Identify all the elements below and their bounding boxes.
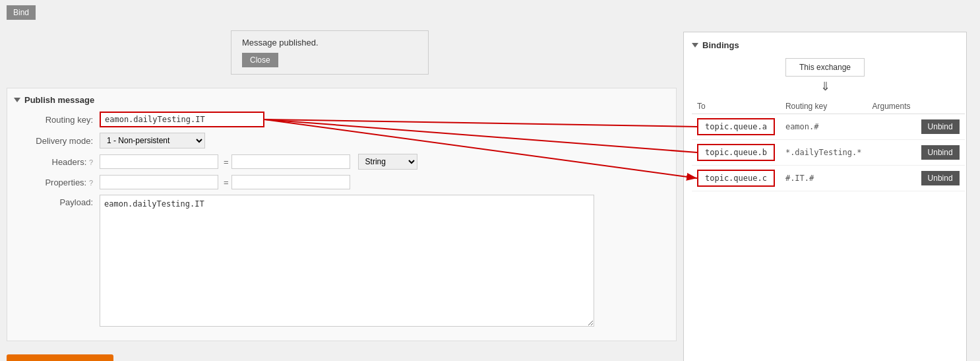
queue-name: topic.queue.a (697, 118, 775, 135)
bind-button[interactable]: Bind (7, 5, 36, 20)
headers-help[interactable]: ? (89, 158, 93, 166)
unbind-button[interactable]: Unbind (921, 171, 960, 185)
action-column-header (916, 99, 965, 114)
arguments-cell (867, 114, 916, 140)
delivery-mode-label: Delivery mode: (14, 136, 100, 146)
section-title: Publish message (24, 95, 94, 105)
bindings-panel: Bindings This exchange ⇓ To Routing key … (683, 32, 967, 361)
bindings-table: To Routing key Arguments topic.queue.aea… (692, 99, 965, 191)
this-exchange-button[interactable]: This exchange (785, 58, 865, 77)
queue-name: topic.queue.c (697, 170, 775, 187)
routing-key-column-header: Routing key (780, 99, 867, 114)
routing-key-cell: #.IT.# (780, 166, 867, 191)
publish-message-section: Publish message Routing key: Delivery mo… (7, 88, 677, 341)
collapse-icon (14, 98, 20, 102)
routing-key-row: Routing key: (14, 112, 669, 127)
table-row: topic.queue.b*.dailyTesting.*Unbind (692, 140, 965, 166)
headers-label: Headers: ? (14, 157, 100, 167)
routing-key-cell: *.dailyTesting.* (780, 140, 867, 166)
table-row: topic.queue.aeamon.#Unbind (692, 114, 965, 140)
payload-label: Payload: (14, 195, 100, 207)
payload-textarea[interactable]: eamon.dailyTesting.IT (100, 195, 594, 327)
properties-help[interactable]: ? (89, 179, 93, 187)
headers-value-input[interactable] (231, 154, 350, 169)
notification-box: Message published. Close (231, 30, 429, 75)
bindings-collapse-icon (692, 43, 698, 48)
bindings-header: Bindings (692, 40, 958, 50)
payload-row: Payload: eamon.dailyTesting.IT (14, 195, 669, 329)
bindings-title: Bindings (702, 40, 739, 50)
queue-cell: topic.queue.a (692, 114, 780, 140)
notification-message: Message published. (242, 38, 417, 48)
properties-label: Properties: ? (14, 178, 100, 187)
equals-sign2: = (224, 178, 229, 187)
table-row: topic.queue.c#.IT.#Unbind (692, 166, 965, 191)
routing-key-input[interactable] (100, 112, 264, 127)
delivery-mode-row: Delivery mode: 1 - Non-persistent 2 - Pe… (14, 133, 669, 148)
arguments-column-header: Arguments (867, 99, 916, 114)
unbind-button[interactable]: Unbind (921, 119, 960, 134)
unbind-button[interactable]: Unbind (921, 145, 960, 160)
to-column-header: To (692, 99, 780, 114)
action-cell: Unbind (916, 166, 965, 191)
routing-key-cell: eamon.# (780, 114, 867, 140)
publish-message-button[interactable]: Publish message (7, 354, 113, 361)
delivery-mode-select[interactable]: 1 - Non-persistent 2 - Persistent (100, 133, 205, 148)
publish-message-header: Publish message (14, 95, 669, 105)
action-cell: Unbind (916, 140, 965, 166)
properties-row: Properties: ? = (14, 175, 669, 189)
queue-cell: topic.queue.c (692, 166, 780, 191)
arguments-cell (867, 166, 916, 191)
properties-key-input[interactable] (100, 175, 218, 189)
equals-sign: = (224, 157, 229, 167)
headers-key-input[interactable] (100, 154, 218, 169)
type-select[interactable]: String Number Boolean (358, 154, 417, 170)
down-arrow: ⇓ (692, 79, 958, 94)
queue-name: topic.queue.b (697, 144, 775, 161)
close-button[interactable]: Close (242, 53, 278, 67)
routing-key-label: Routing key: (14, 115, 100, 125)
queue-cell: topic.queue.b (692, 140, 780, 166)
arguments-cell (867, 140, 916, 166)
properties-value-input[interactable] (231, 175, 350, 189)
action-cell: Unbind (916, 114, 965, 140)
headers-row: Headers: ? = String Number Boolean (14, 154, 669, 170)
